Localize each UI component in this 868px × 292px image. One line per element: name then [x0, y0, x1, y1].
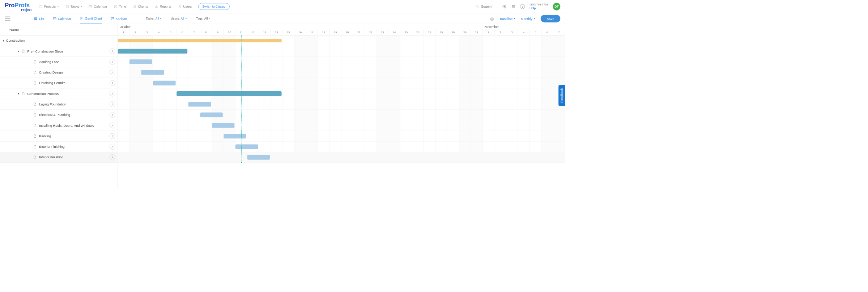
filter-users[interactable]: Users: All ▾ [171, 17, 187, 20]
gantt-row[interactable] [118, 131, 565, 141]
assign-user-button[interactable] [110, 101, 115, 107]
gantt-bar[interactable] [224, 134, 246, 138]
print-button[interactable] [490, 16, 494, 21]
task-row[interactable]: Painting [0, 131, 118, 141]
task-row[interactable]: Laying Foundation [0, 99, 118, 109]
expand-toggle[interactable]: ▼ [17, 92, 20, 95]
expand-toggle[interactable]: ▼ [2, 39, 5, 42]
nav-users[interactable]: Users [178, 5, 192, 8]
filters: Tasks: All ▾ Users: All ▾ Tags: All ▾ [146, 17, 210, 20]
assign-user-button[interactable] [110, 70, 115, 75]
month-cell: October [118, 24, 483, 29]
gantt-row[interactable] [118, 88, 565, 99]
nav-time[interactable]: Time [114, 5, 126, 8]
help-link[interactable]: Help [529, 7, 548, 10]
chevron-down-icon: ▾ [58, 5, 59, 8]
save-button[interactable]: Save [541, 15, 561, 22]
svg-point-23 [112, 114, 112, 115]
gantt-bar[interactable] [118, 39, 282, 42]
gantt-bar[interactable] [235, 144, 258, 149]
view-list[interactable]: List [34, 13, 44, 24]
assign-user-button[interactable] [110, 59, 115, 65]
sub-right: Baseline ▾ Monthly ▾ Save [490, 15, 561, 22]
switch-classic-button[interactable]: Switch to Classic [198, 3, 229, 10]
assign-user-button[interactable] [110, 48, 115, 54]
nav-tasks[interactable]: Tasks▾ [65, 5, 82, 8]
gantt-row[interactable] [118, 120, 565, 131]
currency-icon[interactable] [502, 4, 507, 9]
gantt-row[interactable] [118, 142, 565, 152]
task-row[interactable]: Exterior Finishing [0, 142, 118, 152]
task-row[interactable]: Creating Design [0, 67, 118, 78]
document-icon [33, 113, 37, 117]
assign-user-button[interactable] [110, 91, 115, 97]
svg-rect-13 [113, 17, 114, 18]
gantt-row[interactable] [118, 67, 565, 78]
gantt-row[interactable] [118, 152, 565, 163]
task-row[interactable]: Installing Roofs, Doors, And Windows [0, 120, 118, 131]
expand-toggle[interactable]: ▼ [17, 50, 20, 53]
view-kanban[interactable]: Kanban [110, 13, 127, 24]
svg-rect-14 [491, 18, 494, 20]
assign-user-button[interactable] [110, 133, 115, 139]
document-icon [33, 134, 37, 138]
task-row[interactable]: Aquiring Land [0, 57, 118, 67]
task-row[interactable]: Electrical & Plumbing [0, 110, 118, 120]
scale-dropdown[interactable]: Monthly ▾ [521, 17, 535, 20]
logo-subtext: Project [21, 8, 32, 12]
logo[interactable]: ProProfs Project [5, 1, 31, 11]
svg-point-1 [66, 5, 69, 8]
day-cell: 19 [329, 29, 341, 36]
assign-user-button[interactable] [110, 154, 115, 160]
filter-tasks[interactable]: Tasks: All ▾ [146, 17, 161, 20]
gantt-row[interactable] [118, 99, 565, 109]
gantt-bar[interactable] [141, 70, 164, 75]
filter-tags[interactable]: Tags: All ▾ [196, 17, 210, 20]
task-label: Construction Process [27, 92, 110, 95]
gantt-row[interactable] [118, 36, 565, 46]
task-row[interactable]: ▼Construction [0, 36, 118, 46]
sub-bar: List Calendar Gantt Chart Kanban Tasks: … [0, 13, 565, 24]
gantt-bar[interactable] [118, 49, 188, 54]
assign-user-button[interactable] [110, 112, 115, 118]
view-gantt[interactable]: Gantt Chart [80, 13, 102, 24]
search-input[interactable] [481, 5, 498, 8]
gantt-row[interactable] [118, 110, 565, 120]
gantt-bar[interactable] [200, 113, 222, 117]
gantt-bar[interactable] [176, 91, 281, 96]
gantt-row[interactable] [118, 78, 565, 88]
baseline-dropdown[interactable]: Baseline ▾ [500, 17, 515, 20]
nav-projects[interactable]: Projects▾ [39, 5, 59, 8]
notification-badge[interactable]: 1 [520, 4, 525, 9]
list-icon[interactable] [511, 4, 515, 9]
gantt-bar[interactable] [188, 102, 211, 107]
task-row[interactable]: ▼Construction Process [0, 88, 118, 99]
nav-clients[interactable]: Clients [133, 5, 148, 8]
nav-calendar[interactable]: Calendar [89, 5, 107, 8]
view-calendar[interactable]: Calendar [53, 13, 71, 24]
gantt-row[interactable] [118, 46, 565, 57]
assign-user-button[interactable] [110, 144, 115, 150]
avatar[interactable]: DT [553, 3, 561, 10]
gantt-bar[interactable] [129, 59, 152, 64]
task-row[interactable]: Obtaining Permits [0, 78, 118, 88]
list-view-icon [34, 17, 38, 20]
gantt-row[interactable] [118, 57, 565, 67]
gantt-chart[interactable]: OctoberNovember 123456789101112131415161… [118, 24, 565, 188]
bar-chart-icon [154, 5, 158, 8]
assign-user-button[interactable] [110, 123, 115, 129]
search-box[interactable] [476, 5, 498, 8]
avatar-initials: DT [554, 5, 558, 8]
gantt-bar[interactable] [247, 155, 270, 160]
nav-reports[interactable]: Reports [154, 5, 171, 8]
gantt-body[interactable] [118, 36, 565, 163]
task-label: Exterior Finishing [39, 145, 110, 149]
feedback-tab[interactable]: Feedback [558, 85, 565, 106]
assign-user-button[interactable] [110, 80, 115, 86]
task-row[interactable]: ▼Pre - Construction Steps [0, 46, 118, 57]
gantt-bar[interactable] [153, 81, 175, 85]
task-row[interactable]: Interior Finishing [0, 152, 118, 163]
svg-rect-15 [491, 17, 493, 18]
menu-toggle[interactable] [5, 16, 10, 21]
gantt-bar[interactable] [212, 123, 234, 128]
